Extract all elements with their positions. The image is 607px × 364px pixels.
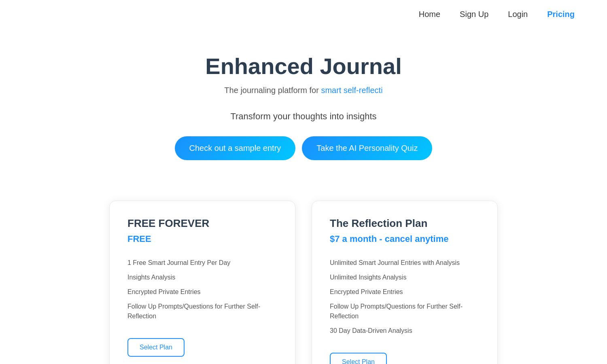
free-plan-name: FREE FOREVER bbox=[127, 217, 277, 230]
hero-subtitle-link[interactable]: smart self-reflecti bbox=[321, 86, 382, 95]
hero-title: Enhanced Journal bbox=[8, 53, 599, 79]
free-plan-select-button[interactable]: Select Plan bbox=[127, 338, 185, 357]
nav-signup[interactable]: Sign Up bbox=[460, 10, 488, 19]
free-feature-2: Insights Analysis bbox=[127, 270, 277, 285]
free-feature-4: Follow Up Prompts/Questions for Further … bbox=[127, 299, 277, 324]
reflection-plan-price: $7 a month - cancel anytime bbox=[330, 234, 480, 244]
hero-subtitle: The journaling platform for smart self-r… bbox=[8, 86, 599, 95]
reflection-feature-2: Unlimited Insights Analysis bbox=[330, 270, 480, 285]
reflection-plan-features: Unlimited Smart Journal Entries with Ana… bbox=[330, 256, 480, 338]
hero-section: Enhanced Journal The journaling platform… bbox=[0, 29, 607, 193]
reflection-plan-select-button[interactable]: Select Plan bbox=[330, 353, 387, 364]
reflection-feature-5: 30 Day Data-Driven Analysis bbox=[330, 324, 480, 338]
free-feature-1: 1 Free Smart Journal Entry Per Day bbox=[127, 256, 277, 270]
hero-tagline: Transform your thoughts into insights bbox=[8, 111, 599, 122]
quiz-button[interactable]: Take the AI Personality Quiz bbox=[302, 136, 432, 160]
reflection-feature-1: Unlimited Smart Journal Entries with Ana… bbox=[330, 256, 480, 270]
nav-login[interactable]: Login bbox=[508, 10, 528, 19]
pricing-section: FREE FOREVER FREE 1 Free Smart Journal E… bbox=[0, 193, 607, 364]
free-plan-price: FREE bbox=[127, 234, 277, 244]
free-plan-features: 1 Free Smart Journal Entry Per Day Insig… bbox=[127, 256, 277, 324]
reflection-plan-card: The Reflection Plan $7 a month - cancel … bbox=[312, 201, 498, 364]
sample-entry-button[interactable]: Check out a sample entry bbox=[175, 136, 296, 160]
hero-buttons: Check out a sample entry Take the AI Per… bbox=[8, 136, 599, 160]
nav-home[interactable]: Home bbox=[419, 10, 440, 19]
free-feature-3: Encrypted Private Entries bbox=[127, 285, 277, 299]
reflection-plan-name: The Reflection Plan bbox=[330, 217, 480, 230]
nav-pricing[interactable]: Pricing bbox=[547, 10, 575, 19]
reflection-feature-4: Follow Up Prompts/Questions for Further … bbox=[330, 299, 480, 324]
reflection-feature-3: Encrypted Private Entries bbox=[330, 285, 480, 299]
hero-subtitle-text: The journaling platform for bbox=[224, 86, 321, 95]
free-plan-card: FREE FOREVER FREE 1 Free Smart Journal E… bbox=[109, 201, 295, 364]
main-nav: Home Sign Up Login Pricing bbox=[0, 0, 607, 29]
